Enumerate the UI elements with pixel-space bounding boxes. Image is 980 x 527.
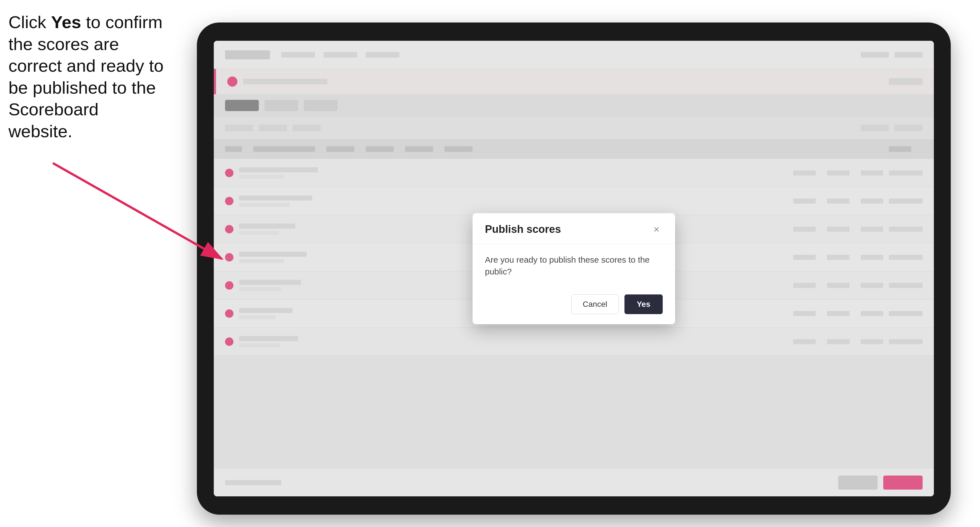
publish-scores-dialog: Publish scores × Are you ready to publis…: [473, 213, 675, 324]
cancel-button[interactable]: Cancel: [571, 294, 619, 314]
modal-close-button[interactable]: ×: [650, 223, 663, 236]
modal-message: Are you ready to publish these scores to…: [485, 254, 663, 278]
tablet-screen: Publish scores × Are you ready to publis…: [214, 41, 934, 496]
modal-footer: Cancel Yes: [473, 288, 675, 324]
yes-button[interactable]: Yes: [624, 294, 663, 314]
instruction-text: Click Yes to confirm the scores are corr…: [8, 11, 166, 142]
modal-title: Publish scores: [485, 223, 561, 235]
modal-body: Are you ready to publish these scores to…: [473, 244, 675, 288]
svg-line-1: [53, 163, 222, 259]
modal-header: Publish scores ×: [473, 213, 675, 244]
tablet-frame: Publish scores × Are you ready to publis…: [197, 22, 951, 514]
modal-overlay: Publish scores × Are you ready to publis…: [214, 41, 934, 496]
